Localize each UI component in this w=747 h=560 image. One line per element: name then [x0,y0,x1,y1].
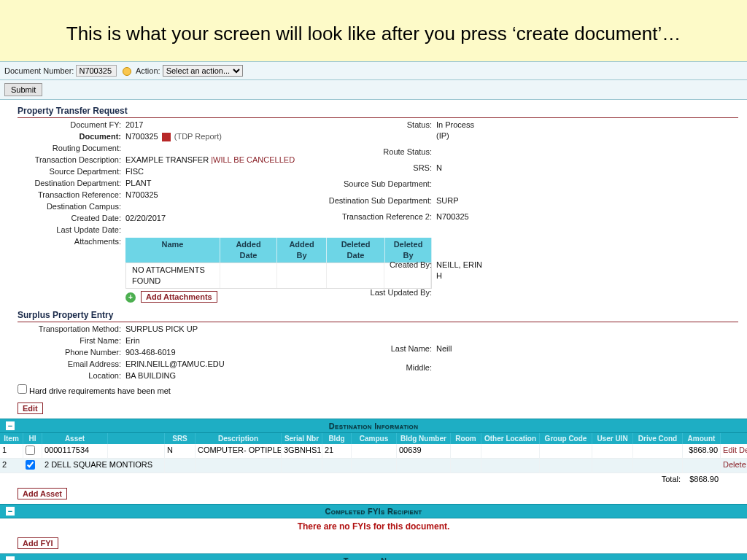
action-select[interactable]: Select an action... [163,65,243,77]
doc-fy-label: Document FY: [18,120,125,131]
hi-checkbox[interactable] [26,460,35,470]
hard-drive-checkbox[interactable] [18,384,27,394]
transfer-notes-bar: − Transfer Notes [0,553,747,560]
lightbulb-icon [123,67,131,76]
trans-ref2-label: Transaction Reference 2: [317,211,436,227]
last-name-value: Neill [436,343,484,362]
toolbar: Document Number: Action: Select an actio… [0,61,747,80]
add-attachments-button[interactable]: Add Attachments [141,291,217,303]
last-upd-by-label: Last Updated By: [317,287,436,303]
route-status-label: Route Status: [317,147,436,162]
fyi-bar: − Completed FYIs Recipient [0,504,747,518]
dst-dept-label: Destination Department: [18,178,125,189]
destination-table-header: ItemHIAssetSRSDescriptionSerial NbrBldgC… [0,433,747,444]
last-upd-date-label: Last Update Date: [18,225,125,236]
src-dept-label: Source Department: [18,166,125,177]
middle-value [436,362,484,381]
destination-info-bar: − Destination Information [0,419,747,433]
slide-title: This is what your screen will look like … [0,0,747,61]
tdp-report-link[interactable]: (TDP Report) [174,132,222,141]
created-by-value: NEILL, ERIN H [436,260,484,286]
middle-label: Middle: [317,362,436,381]
add-asset-button[interactable]: Add Asset [18,488,67,499]
collapse-toggle-icon[interactable]: − [6,421,15,430]
hi-checkbox[interactable] [26,446,35,455]
destination-row: 10000117534NCOMPUTER- OPTIPLEX 9903GBNHS… [0,444,747,459]
dest-campus-label: Destination Campus: [18,201,125,212]
phone-value: 903-468-6019 [125,347,302,358]
surplus-property-section: Surplus Property Entry Transportation Me… [0,304,747,383]
email-value: ERIN.NEILL@TAMUC.EDU [125,359,302,370]
edit-button[interactable]: Edit [18,402,43,414]
destination-row: 22 DELL SQUARE MONTIORSDelete [0,459,747,473]
destination-total-row: Total:$868.90 [0,473,747,485]
srs-label: SRS: [317,163,436,178]
attachments-label: Attachments: [18,236,125,303]
phone-label: Phone Number: [18,347,125,358]
document-number-input[interactable] [76,65,117,77]
trans-ref2-value: N700325 [436,211,484,227]
src-sub-value [436,179,484,194]
action-label: Action: [136,66,160,75]
srs-value: N [436,163,484,178]
spe-header: Surplus Property Entry [18,308,738,322]
route-status-value [436,147,484,162]
transport-value: SURPLUS PICK UP [125,324,302,335]
collapse-toggle-icon[interactable]: − [6,556,15,560]
first-name-label: First Name: [18,335,125,346]
created-by-label: Created By: [317,260,436,286]
dst-sub-value: SURP [436,195,484,211]
row-actions[interactable]: Edit Delete [721,444,747,459]
last-name-label: Last Name: [317,343,436,362]
first-name-value: Erin [125,335,302,346]
add-attachment-icon[interactable]: + [125,292,136,303]
property-transfer-section: Property Transfer Request Document FY:20… [0,100,747,304]
document-number-label: Document Number: [4,66,74,75]
location-value: BA BUILDING [125,370,302,381]
document-label: Document: [18,131,125,142]
routing-doc-label: Routing Document: [18,143,125,154]
pdf-icon[interactable] [162,133,171,141]
add-fyi-button[interactable]: Add FYI [18,537,58,549]
src-sub-label: Source Sub Department: [317,179,436,194]
submit-row: Submit [0,80,747,100]
status-value: In Process (IP) [436,120,484,146]
email-label: Email Address: [18,359,125,370]
location-label: Location: [18,370,125,381]
ptr-header: Property Transfer Request [18,104,738,118]
collapse-toggle-icon[interactable]: − [6,507,15,516]
transport-label: Transportation Method: [18,324,125,335]
row-actions[interactable]: Delete [721,459,747,473]
last-upd-by-value [436,287,484,303]
trans-desc-label: Transaction Description: [18,155,125,166]
hard-drive-label: Hard drive requirements have been met [29,386,171,395]
trans-ref-label: Transaction Reference: [18,190,125,201]
status-label: Status: [317,120,436,146]
fyi-empty-message: There are no FYIs for this document. [0,518,747,534]
application-panel: Document Number: Action: Select an actio… [0,61,747,560]
dst-sub-label: Destination Sub Department: [317,195,436,211]
created-date-label: Created Date: [18,213,125,224]
submit-button[interactable]: Submit [4,83,42,96]
